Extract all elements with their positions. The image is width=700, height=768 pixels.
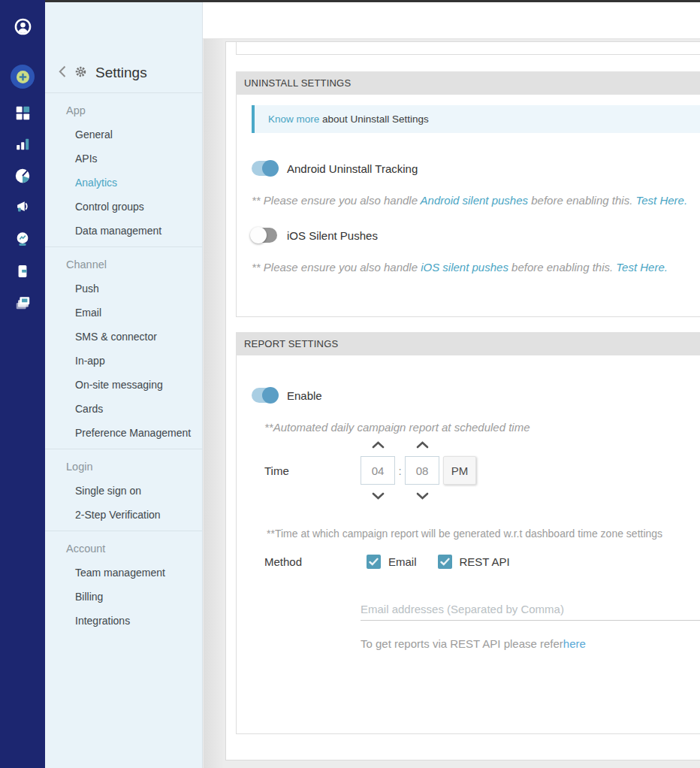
bar-chart-icon — [14, 136, 31, 156]
nav-templates[interactable] — [0, 263, 45, 283]
email-method-label: Email — [388, 555, 417, 568]
rest-api-checkbox[interactable] — [438, 555, 452, 569]
android-test-here-link[interactable]: Test Here. — [635, 194, 687, 207]
sidebar-item-sms-connector[interactable]: SMS & connector — [45, 325, 202, 349]
android-note: ** Please ensure you also handle Android… — [252, 194, 700, 207]
note-text: before enabling this. — [528, 194, 635, 207]
nav-analytics[interactable] — [0, 136, 45, 156]
nav-cards[interactable] — [0, 295, 45, 314]
rest-api-refer-line: To get reports via REST API please refer… — [361, 637, 700, 650]
sidebar-item-analytics[interactable]: Analytics — [45, 171, 202, 195]
nav-dashboard[interactable] — [0, 104, 45, 124]
sidebar-item-email[interactable]: Email — [45, 301, 202, 325]
ios-test-here-link[interactable]: Test Here. — [616, 261, 668, 274]
sidebar-item-general[interactable]: General — [45, 122, 202, 147]
email-checkbox[interactable] — [367, 555, 381, 569]
sidebar-item-onsite-messaging[interactable]: On-site messaging — [45, 373, 202, 397]
report-settings-body: Enable **Automated daily campaign report… — [236, 355, 700, 734]
email-addresses-input[interactable] — [361, 598, 700, 621]
sidebar-item-apis[interactable]: APIs — [45, 147, 202, 171]
ios-note: ** Please ensure you also handle iOS sil… — [252, 261, 700, 274]
ios-silent-pushes-toggle[interactable] — [252, 228, 277, 243]
hour-down-button[interactable] — [371, 491, 385, 500]
sidebar-item-integrations[interactable]: Integrations — [45, 609, 202, 633]
dashboard-grid-icon — [14, 104, 31, 124]
page-title: Settings — [95, 65, 147, 81]
enable-row: Enable — [252, 386, 700, 404]
time-increment-row — [361, 440, 526, 452]
report-settings-header: REPORT SETTINGS — [236, 332, 700, 355]
toggle-knob — [262, 387, 279, 404]
sidebar-item-push[interactable]: Push — [45, 277, 202, 301]
divider — [45, 449, 202, 449]
android-uninstall-row: Android Uninstall Tracking — [252, 159, 700, 177]
toggle-knob — [262, 160, 279, 177]
meridiem-button[interactable]: PM — [443, 456, 476, 485]
note-text: before enabling this. — [508, 261, 616, 274]
enable-label: Enable — [287, 389, 322, 402]
create-new-button[interactable] — [0, 65, 45, 89]
ios-silent-pushes-row: iOS Silent Pushes — [252, 226, 700, 244]
sidebar-item-2step-verification[interactable]: 2-Step Verification — [45, 503, 202, 527]
hour-up-button[interactable] — [371, 440, 385, 449]
timezone-note: **Time at which campaign report will be … — [267, 528, 700, 540]
sidebar-section-account: Account — [45, 537, 202, 561]
check-icon — [440, 558, 450, 566]
report-settings-section: REPORT SETTINGS Enable **Automated daily… — [236, 332, 700, 734]
minute-input[interactable] — [405, 456, 439, 485]
method-row: Method Email REST API — [264, 552, 700, 570]
sidebar-item-control-groups[interactable]: Control groups — [45, 195, 202, 219]
divider — [45, 246, 202, 247]
previous-section-stub — [236, 42, 700, 55]
user-avatar[interactable] — [0, 18, 45, 38]
sidebar-section-login: Login — [45, 455, 202, 479]
minute-down-button[interactable] — [415, 491, 429, 500]
sidebar-item-team-management[interactable]: Team management — [45, 561, 202, 585]
check-icon — [369, 558, 379, 566]
pie-chart-icon — [14, 168, 31, 187]
nav-segments[interactable] — [0, 168, 45, 187]
sidebar-item-billing[interactable]: Billing — [45, 585, 202, 609]
uninstall-settings-section: UNINSTALL SETTINGS Know more about Unins… — [236, 71, 700, 317]
hour-input[interactable] — [361, 456, 395, 485]
create-new-circle — [11, 65, 35, 89]
uninstall-settings-header: UNINSTALL SETTINGS — [236, 71, 700, 95]
minute-up-button[interactable] — [415, 440, 429, 449]
sidebar-item-cards[interactable]: Cards — [45, 397, 202, 421]
android-silent-pushes-link[interactable]: Android silent pushes — [421, 194, 528, 207]
plus-icon — [17, 71, 29, 83]
divider — [45, 92, 202, 93]
sidebar-item-in-app[interactable]: In-app — [45, 349, 202, 373]
settings-panel: UNINSTALL SETTINGS Know more about Unins… — [225, 41, 700, 760]
nav-rail — [0, 0, 45, 768]
time-colon: : — [395, 464, 405, 477]
nav-predictions[interactable] — [0, 231, 45, 250]
report-enable-toggle[interactable] — [252, 388, 277, 403]
sidebar-section-channel: Channel — [45, 252, 202, 277]
toggle-knob — [250, 227, 267, 243]
stacked-cards-icon — [14, 295, 32, 314]
sidebar-header: Settings — [45, 2, 202, 83]
sidebar-item-data-management[interactable]: Data management — [45, 219, 202, 243]
know-more-banner: Know more about Uninstall Settings — [252, 105, 700, 133]
sidebar-section-app: App — [45, 98, 202, 122]
refer-here-link[interactable]: here — [563, 637, 586, 650]
user-avatar-icon — [14, 18, 32, 38]
android-uninstall-label: Android Uninstall Tracking — [287, 162, 418, 175]
refer-text: To get reports via REST API please refer — [361, 637, 563, 650]
know-more-link[interactable]: Know more — [268, 113, 319, 125]
trend-ball-icon — [14, 231, 31, 250]
document-icon — [15, 263, 30, 283]
divider — [45, 531, 202, 531]
note-text: ** Please ensure you also handle — [252, 261, 421, 274]
nav-campaigns[interactable] — [0, 199, 45, 219]
back-chevron-icon[interactable] — [59, 65, 66, 81]
sidebar-item-preference-management[interactable]: Preference Management — [45, 421, 202, 445]
android-uninstall-toggle[interactable] — [252, 161, 277, 176]
method-label: Method — [264, 555, 367, 568]
ios-silent-pushes-label: iOS Silent Pushes — [287, 229, 378, 242]
top-dark-bar — [45, 0, 700, 2]
ios-silent-pushes-link[interactable]: iOS silent pushes — [421, 261, 508, 274]
sidebar-item-single-sign-on[interactable]: Single sign on — [45, 479, 202, 503]
sidebar-shadow — [204, 39, 225, 768]
